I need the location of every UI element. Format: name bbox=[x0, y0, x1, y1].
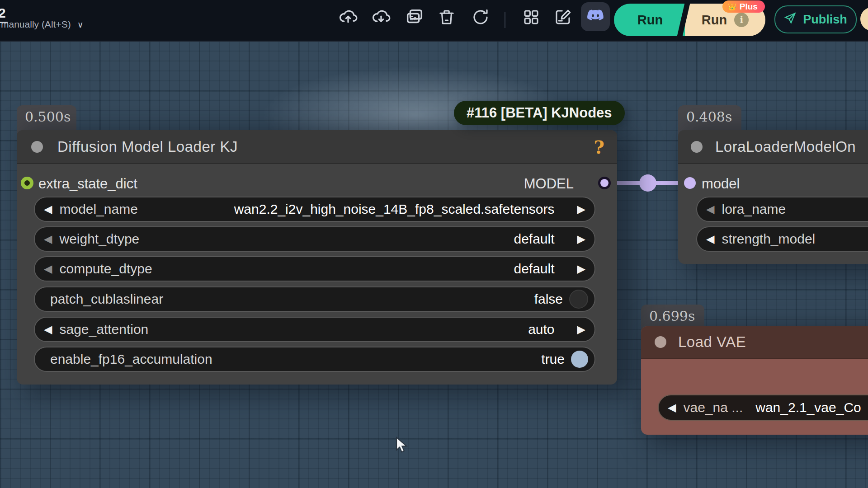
widget-strength-model[interactable]: ◀ strength_model bbox=[696, 226, 868, 252]
prev-arrow-icon[interactable]: ◀ bbox=[706, 234, 714, 244]
output-slot-label: MODEL bbox=[524, 176, 574, 192]
node-title: Diffusion Model Loader KJ bbox=[57, 138, 238, 155]
node-collapse-dot[interactable] bbox=[655, 336, 666, 348]
next-arrow-icon[interactable]: ▶ bbox=[577, 263, 585, 274]
prev-arrow-icon[interactable]: ◀ bbox=[44, 204, 52, 215]
widget-enable-fp16-accumulation[interactable]: enable_fp16_accumulation true bbox=[34, 347, 595, 372]
publish-button[interactable]: Publish bbox=[774, 5, 857, 33]
node-collapse-dot[interactable] bbox=[31, 141, 43, 153]
widget-value: true bbox=[541, 352, 565, 367]
prev-arrow-icon[interactable]: ◀ bbox=[44, 234, 52, 244]
widget-value: false bbox=[534, 291, 563, 307]
node-source-badge: #116 [BETA] KJNodes bbox=[454, 101, 625, 125]
save-mode-dropdown[interactable]: manually (Alt+S) ∨ bbox=[1, 19, 84, 30]
node-header[interactable]: Diffusion Model Loader KJ ? bbox=[17, 130, 617, 164]
crown-icon: 👑 bbox=[728, 3, 736, 11]
node-library-button[interactable] bbox=[521, 8, 542, 28]
translate-button[interactable]: En bbox=[404, 8, 425, 28]
refresh-icon bbox=[471, 8, 490, 28]
node-diffusion-model-loader[interactable]: Diffusion Model Loader KJ ? extra_state_… bbox=[17, 130, 617, 385]
grid-icon bbox=[522, 8, 541, 28]
save-mode-label: manually (Alt+S) bbox=[1, 19, 71, 30]
run-cloud-label: Run bbox=[702, 13, 727, 28]
next-arrow-icon[interactable]: ▶ bbox=[577, 204, 585, 215]
node-load-vae[interactable]: Load VAE ◀ vae_na ... wan_2.1_vae_Co bbox=[641, 326, 868, 435]
widget-label: compute_dtype bbox=[59, 261, 152, 277]
node-header[interactable]: LoraLoaderModelOn bbox=[678, 130, 868, 164]
widget-label: model_name bbox=[59, 202, 137, 217]
top-toolbar: 2 manually (Alt+S) ∨ En bbox=[0, 0, 868, 42]
node-header[interactable]: Load VAE bbox=[641, 326, 868, 359]
refresh-button[interactable] bbox=[470, 8, 491, 28]
prev-arrow-icon[interactable]: ◀ bbox=[706, 204, 714, 215]
chevron-down-icon: ∨ bbox=[77, 19, 84, 30]
discord-button[interactable] bbox=[581, 2, 610, 31]
widget-patch-cublaslinear[interactable]: patch_cublaslinear false bbox=[34, 286, 595, 312]
send-icon bbox=[784, 12, 797, 28]
node-lora-loader[interactable]: LoraLoaderModelOn model ◀ lora_name ◀ st… bbox=[678, 130, 868, 264]
widget-value: wan_2.1_vae_Co bbox=[755, 400, 861, 415]
widget-label: vae_na ... bbox=[683, 400, 743, 415]
node-title: Load VAE bbox=[678, 333, 746, 351]
widget-label: enable_fp16_accumulation bbox=[50, 352, 212, 367]
toolbar-divider bbox=[505, 12, 505, 28]
next-arrow-icon[interactable]: ▶ bbox=[577, 234, 585, 244]
cloud-upload-icon bbox=[338, 7, 358, 29]
prev-arrow-icon[interactable]: ◀ bbox=[668, 402, 676, 413]
widget-value: default bbox=[514, 261, 554, 277]
cloud-download-button[interactable] bbox=[371, 8, 392, 28]
widget-value: wan2.2_i2v_high_noise_14B_fp8_scaled.saf… bbox=[234, 202, 555, 217]
prev-arrow-icon[interactable]: ◀ bbox=[44, 263, 52, 274]
widget-value: default bbox=[514, 231, 554, 247]
input-slot-dot[interactable] bbox=[684, 177, 696, 189]
widget-sage-attention[interactable]: ◀ sage_attention auto ▶ bbox=[34, 317, 595, 342]
plus-badge: 👑 Plus bbox=[722, 0, 765, 13]
edit-note-button[interactable] bbox=[552, 8, 573, 28]
widget-lora-name[interactable]: ◀ lora_name bbox=[696, 197, 868, 222]
link-midpoint-dot[interactable] bbox=[639, 174, 656, 192]
output-slot-dot[interactable] bbox=[598, 177, 611, 189]
next-arrow-icon[interactable]: ▶ bbox=[577, 324, 585, 335]
input-slot-label: extra_state_dict bbox=[38, 176, 137, 192]
toggle-knob-on[interactable] bbox=[571, 351, 588, 368]
trash-icon bbox=[437, 8, 456, 28]
input-slot-label: model bbox=[702, 176, 740, 192]
plus-badge-label: Plus bbox=[740, 2, 758, 12]
widget-label: weight_dtype bbox=[59, 231, 139, 247]
input-slot-dot[interactable] bbox=[21, 177, 33, 189]
translate-en-icon: En bbox=[404, 7, 425, 29]
node-collapse-dot[interactable] bbox=[691, 141, 703, 153]
graph-canvas[interactable]: 0.500s 0.408s 0.699s #116 [BETA] KJNodes… bbox=[0, 41, 868, 488]
help-icon[interactable]: ? bbox=[594, 136, 604, 158]
cloud-upload-button[interactable] bbox=[338, 8, 359, 28]
publish-label: Publish bbox=[803, 13, 847, 27]
discord-icon bbox=[585, 6, 605, 28]
widget-weight-dtype[interactable]: ◀ weight_dtype default ▶ bbox=[34, 226, 595, 252]
widget-label: lora_name bbox=[722, 202, 786, 217]
toggle-knob-off[interactable] bbox=[569, 290, 588, 309]
widget-compute-dtype[interactable]: ◀ compute_dtype default ▶ bbox=[34, 256, 595, 282]
cloud-download-icon bbox=[371, 7, 391, 29]
run-button-label: Run bbox=[637, 13, 663, 28]
widget-vae-name[interactable]: ◀ vae_na ... wan_2.1_vae_Co bbox=[658, 394, 868, 421]
widget-model-name[interactable]: ◀ model_name wan2.2_i2v_high_noise_14B_f… bbox=[34, 197, 595, 222]
edit-icon bbox=[553, 8, 572, 28]
mouse-cursor bbox=[395, 436, 410, 455]
prev-arrow-icon[interactable]: ◀ bbox=[44, 324, 52, 335]
svg-text:En: En bbox=[410, 15, 417, 22]
widget-label: sage_attention bbox=[59, 322, 148, 337]
widget-value: auto bbox=[528, 322, 554, 337]
avatar-partial[interactable] bbox=[860, 7, 868, 31]
run-button[interactable]: Run bbox=[614, 4, 686, 36]
node-title: LoraLoaderModelOn bbox=[715, 138, 856, 155]
widget-label: strength_model bbox=[722, 231, 815, 247]
info-icon[interactable]: i bbox=[734, 13, 749, 27]
clear-workflow-button[interactable] bbox=[436, 8, 457, 28]
widget-label: patch_cublaslinear bbox=[50, 291, 163, 307]
